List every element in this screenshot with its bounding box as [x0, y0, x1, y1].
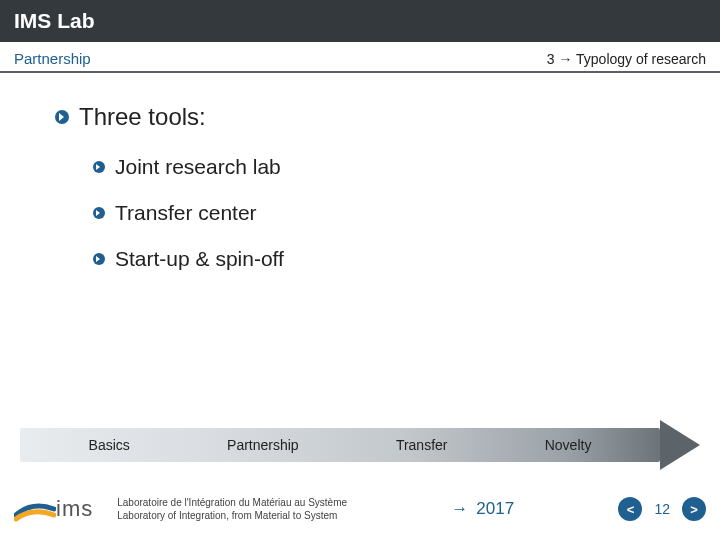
arrow-step: Novelty [545, 437, 592, 453]
list-item: Start-up & spin-off [93, 247, 680, 271]
section-label: Partnership [14, 50, 91, 67]
arrow-right-icon: → [451, 499, 468, 519]
bullet-main-text: Three tools: [79, 103, 206, 131]
chevron-bullet-icon [93, 161, 105, 173]
chevron-bullet-icon [55, 110, 69, 124]
list-item-text: Joint research lab [115, 155, 281, 179]
subheader: Partnership 3 → Typology of research [0, 42, 720, 73]
footer-line1: Laboratoire de l'Intégration du Matériau… [117, 496, 347, 509]
content-area: Three tools: Joint research lab Transfer… [0, 73, 720, 271]
breadcrumb: 3 → Typology of research [547, 51, 706, 67]
nav-controls: < 12 > [618, 497, 706, 521]
page-number: 12 [654, 501, 670, 517]
arrow-head-icon [660, 420, 700, 470]
sub-list: Joint research lab Transfer center Start… [93, 155, 680, 271]
logo: ims [14, 495, 93, 523]
prev-button[interactable]: < [618, 497, 642, 521]
slide-footer: ims Laboratoire de l'Intégration du Maté… [0, 478, 720, 540]
slide-header: IMS Lab [0, 0, 720, 42]
arrow-labels: Basics Partnership Transfer Novelty [20, 428, 660, 462]
logo-text: ims [56, 496, 93, 522]
chevron-bullet-icon [93, 207, 105, 219]
list-item: Joint research lab [93, 155, 680, 179]
next-button[interactable]: > [682, 497, 706, 521]
arrow-step: Transfer [396, 437, 448, 453]
list-item-text: Start-up & spin-off [115, 247, 284, 271]
arrow-step: Basics [89, 437, 130, 453]
list-item: Transfer center [93, 201, 680, 225]
process-arrow: Basics Partnership Transfer Novelty [20, 428, 700, 462]
slide-title: IMS Lab [14, 9, 95, 33]
footer-center: → 2017 [347, 499, 618, 519]
footer-text-block: Laboratoire de l'Intégration du Matériau… [117, 496, 347, 522]
footer-line2: Laboratory of Integration, from Material… [117, 509, 347, 522]
year-label: 2017 [476, 499, 514, 519]
chevron-bullet-icon [93, 253, 105, 265]
logo-swoosh-icon [14, 495, 56, 523]
bullet-main: Three tools: [55, 103, 680, 131]
arrow-step: Partnership [227, 437, 299, 453]
list-item-text: Transfer center [115, 201, 257, 225]
